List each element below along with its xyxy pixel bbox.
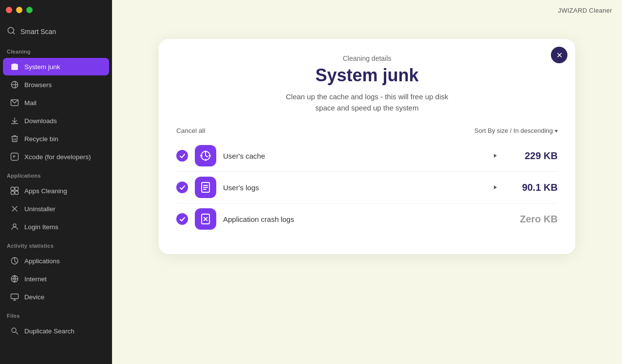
users-cache-icon-box bbox=[195, 145, 216, 166]
sidebar-item-browsers[interactable]: Browsers bbox=[3, 76, 109, 93]
internet-label: Internet bbox=[24, 275, 47, 283]
section-header-applications: Applications bbox=[0, 166, 112, 182]
items-list: User's cache229 KBUser's logs90.1 KBAppl… bbox=[176, 140, 558, 235]
sidebar-item-duplicate-search[interactable]: Duplicate Search bbox=[3, 322, 109, 340]
app-crash-logs-icon-box bbox=[195, 208, 216, 230]
checkbox-users-cache[interactable] bbox=[176, 150, 188, 162]
sort-label: Sort By size / In descending bbox=[474, 127, 553, 134]
sidebar-item-apps-cleaning[interactable]: Apps Cleaning bbox=[3, 182, 109, 200]
sidebar-item-smart-scan[interactable]: Smart Scan bbox=[0, 21, 112, 42]
item-row-users-logs: User's logs90.1 KB bbox=[176, 172, 558, 203]
applications-stats-icon bbox=[10, 256, 19, 266]
cleaning-details-card: ✕ Cleaning details System junk Clean up … bbox=[159, 39, 575, 254]
system-junk-icon bbox=[10, 62, 19, 72]
svg-rect-6 bbox=[11, 153, 19, 161]
svg-line-18 bbox=[16, 332, 18, 334]
svg-rect-8 bbox=[15, 187, 19, 191]
svg-line-1 bbox=[13, 32, 14, 34]
sidebar-item-applications-stats[interactable]: Applications bbox=[3, 252, 109, 270]
sidebar: Smart Scan CleaningSystem junkBrowsersMa… bbox=[0, 0, 112, 364]
mail-icon bbox=[10, 98, 19, 108]
svg-rect-16 bbox=[11, 294, 19, 299]
mail-label: Mail bbox=[24, 99, 37, 107]
section-header-files: Files bbox=[0, 306, 112, 322]
uninstaller-label: Uninstaller bbox=[24, 205, 56, 213]
duplicate-search-icon bbox=[10, 326, 19, 336]
app-crash-logs-size: Zero KB bbox=[509, 214, 558, 225]
svg-rect-10 bbox=[15, 191, 19, 195]
sort-chevron-icon: ▾ bbox=[555, 127, 558, 134]
titlebar bbox=[0, 0, 112, 19]
internet-icon bbox=[10, 274, 19, 284]
xcode-icon bbox=[10, 152, 19, 162]
uninstaller-icon bbox=[10, 204, 19, 214]
users-cache-expand-icon[interactable] bbox=[489, 149, 502, 163]
recycle-bin-icon bbox=[10, 134, 19, 144]
sidebar-item-uninstaller[interactable]: Uninstaller bbox=[3, 200, 109, 218]
applications-stats-label: Applications bbox=[24, 257, 60, 265]
device-label: Device bbox=[24, 293, 44, 301]
apps-cleaning-label: Apps Cleaning bbox=[24, 187, 67, 195]
traffic-light-close[interactable] bbox=[6, 7, 12, 13]
users-logs-size: 90.1 KB bbox=[509, 182, 558, 193]
recycle-bin-label: Recycle bin bbox=[24, 135, 58, 143]
app-crash-logs-label: Application crash logs bbox=[223, 215, 502, 223]
xcode-label: Xcode (for developers) bbox=[24, 153, 91, 161]
section-header-activity-statistics: Activity statistics bbox=[0, 236, 112, 252]
browsers-icon bbox=[10, 80, 19, 90]
sidebar-item-internet[interactable]: Internet bbox=[3, 270, 109, 288]
smart-scan-icon bbox=[7, 26, 16, 37]
svg-rect-7 bbox=[11, 187, 15, 191]
svg-point-13 bbox=[13, 224, 16, 227]
section-header-cleaning: Cleaning bbox=[0, 42, 112, 57]
card-subtitle: Cleaning details bbox=[176, 55, 558, 62]
cancel-all-button[interactable]: Cancel all bbox=[176, 127, 205, 134]
svg-rect-9 bbox=[11, 191, 15, 195]
users-cache-size: 229 KB bbox=[509, 150, 558, 162]
system-junk-label: System junk bbox=[24, 63, 60, 71]
table-controls: Cancel all Sort By size / In descending … bbox=[176, 127, 558, 134]
sidebar-sections: CleaningSystem junkBrowsersMailDownloads… bbox=[0, 42, 112, 340]
users-cache-label: User's cache bbox=[223, 152, 482, 160]
item-row-users-cache: User's cache229 KB bbox=[176, 140, 558, 172]
svg-marker-24 bbox=[494, 185, 497, 189]
close-button[interactable]: ✕ bbox=[551, 47, 567, 63]
sidebar-item-recycle-bin[interactable]: Recycle bin bbox=[3, 130, 109, 147]
checkbox-app-crash-logs[interactable] bbox=[176, 213, 188, 225]
sidebar-item-device[interactable]: Device bbox=[3, 288, 109, 306]
svg-marker-19 bbox=[494, 154, 497, 158]
sidebar-item-mail[interactable]: Mail bbox=[3, 94, 109, 111]
browsers-label: Browsers bbox=[24, 81, 52, 89]
svg-rect-2 bbox=[11, 65, 18, 70]
login-items-icon bbox=[10, 222, 19, 232]
svg-point-17 bbox=[12, 328, 16, 332]
sort-control[interactable]: Sort By size / In descending ▾ bbox=[474, 127, 558, 134]
login-items-label: Login Items bbox=[24, 223, 58, 231]
checkbox-users-logs[interactable] bbox=[176, 182, 188, 193]
app-title: JWIZARD Cleaner bbox=[558, 7, 612, 14]
users-logs-expand-icon[interactable] bbox=[489, 181, 502, 194]
sidebar-item-xcode[interactable]: Xcode (for developers) bbox=[3, 148, 109, 165]
duplicate-search-label: Duplicate Search bbox=[24, 328, 75, 335]
item-row-app-crash-logs: Application crash logsZero KB bbox=[176, 203, 558, 235]
users-logs-label: User's logs bbox=[223, 183, 482, 192]
traffic-light-fullscreen[interactable] bbox=[26, 7, 33, 13]
card-title: System junk bbox=[176, 65, 558, 86]
traffic-light-minimize[interactable] bbox=[16, 7, 22, 13]
downloads-icon bbox=[10, 116, 19, 126]
sidebar-item-system-junk[interactable]: System junk bbox=[3, 58, 109, 75]
sidebar-item-login-items[interactable]: Login Items bbox=[3, 218, 109, 236]
smart-scan-label: Smart Scan bbox=[20, 28, 56, 36]
apps-cleaning-icon bbox=[10, 186, 19, 196]
device-icon bbox=[10, 292, 19, 302]
downloads-label: Downloads bbox=[24, 117, 57, 125]
sidebar-item-downloads[interactable]: Downloads bbox=[3, 112, 109, 129]
users-logs-icon-box bbox=[195, 177, 216, 198]
main-content: JWIZARD Cleaner ✕ Cleaning details Syste… bbox=[112, 0, 622, 364]
card-description: Clean up the cache and logs - this will … bbox=[176, 91, 558, 113]
